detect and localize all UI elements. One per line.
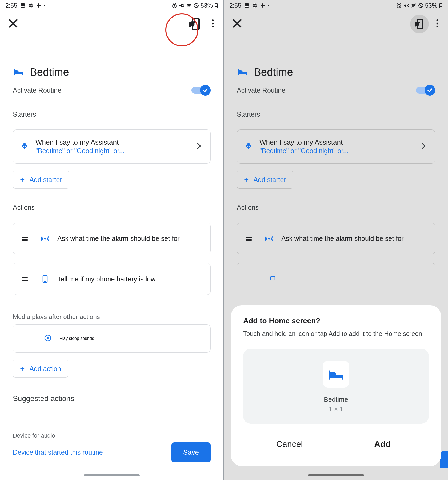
mic-icon	[245, 142, 252, 151]
action-battery-card[interactable]: Tell me if my phone battery is low	[13, 263, 211, 295]
starter-line1: When I say to my Assistant	[35, 138, 125, 147]
starters-section-label: Starters	[13, 111, 211, 118]
routine-title: Bedtime	[254, 66, 293, 78]
starter-line2: "Bedtime" or "Good night" or...	[35, 147, 125, 155]
add-to-home-shortcut-button[interactable]	[410, 15, 429, 33]
add-starter-button[interactable]: + Add starter	[13, 171, 69, 189]
activate-routine-toggle[interactable]	[416, 85, 435, 96]
action-alarm-card[interactable]: Ask what time the alarm should be set fo…	[237, 223, 435, 254]
media-action-text: Play sleep sounds	[59, 336, 94, 341]
gallery-icon	[20, 3, 25, 8]
alarm-icon	[172, 3, 177, 8]
device-link[interactable]: Device that started this routine	[13, 448, 103, 456]
broadcast-icon	[40, 235, 50, 242]
close-button[interactable]	[8, 18, 19, 30]
add-action-button[interactable]: + Add action	[13, 360, 68, 378]
close-button[interactable]	[232, 18, 243, 30]
suggested-actions-label: Suggested actions	[13, 394, 211, 403]
status-bar: 2:55 53%	[224, 0, 448, 11]
drag-handle-icon[interactable]	[17, 236, 33, 241]
chevron-right-icon	[195, 142, 202, 151]
drag-handle-icon[interactable]	[241, 236, 257, 241]
more-notifications-dot	[268, 5, 269, 6]
activate-routine-label: Activate Routine	[237, 86, 285, 94]
dialog-cancel-button[interactable]: Cancel	[243, 433, 336, 455]
nav-pill[interactable]	[84, 474, 140, 476]
starter-voice-card[interactable]: When I say to my Assistant "Bedtime" or …	[237, 129, 435, 164]
wifi-icon	[411, 3, 417, 8]
dialog-body: Touch and hold an icon or tap Add to add…	[243, 330, 429, 337]
activate-routine-label: Activate Routine	[13, 86, 61, 94]
nav-pill[interactable]	[308, 474, 364, 476]
bed-icon	[237, 66, 249, 78]
mute-icon	[179, 3, 185, 9]
phone-outline-icon	[40, 275, 50, 283]
actions-section-label: Actions	[237, 204, 435, 211]
starter-voice-card[interactable]: When I say to my Assistant "Bedtime" or …	[13, 129, 211, 164]
shortcut-preview[interactable]: Bedtime 1 × 1	[243, 349, 429, 424]
add-to-home-dialog: Add to Home screen? Touch and hold an ic…	[231, 305, 441, 466]
starters-section-label: Starters	[237, 111, 435, 118]
gallery-icon	[244, 3, 249, 8]
chevron-right-icon	[420, 142, 427, 151]
overflow-menu-button[interactable]	[208, 19, 218, 29]
overflow-menu-button[interactable]	[433, 19, 442, 29]
app-bar	[224, 11, 448, 37]
battery-text: 53%	[201, 2, 213, 9]
battery-icon	[214, 3, 218, 9]
add-to-home-shortcut-button[interactable]	[186, 15, 204, 33]
preview-name: Bedtime	[324, 396, 348, 403]
status-bar: 2:55 53%	[0, 0, 223, 11]
routine-title: Bedtime	[30, 66, 69, 78]
dnd-icon	[194, 3, 199, 8]
save-button[interactable]: Save	[171, 442, 211, 462]
action-alarm-card[interactable]: Ask what time the alarm should be set fo…	[13, 223, 211, 254]
bed-icon	[13, 66, 25, 78]
dialog-add-button[interactable]: Add	[336, 433, 429, 455]
sports-icon	[28, 3, 33, 8]
sports-icon	[252, 3, 257, 8]
slack-icon	[36, 3, 41, 8]
actions-section-label: Actions	[13, 204, 211, 211]
media-section-label: Media plays after other actions	[13, 313, 211, 321]
status-time: 2:55	[5, 2, 17, 9]
activate-routine-toggle[interactable]	[191, 85, 211, 96]
plus-icon: +	[20, 176, 25, 184]
media-action-card[interactable]: Play sleep sounds	[13, 324, 211, 353]
mic-icon	[21, 142, 28, 151]
plus-icon: +	[244, 176, 249, 184]
broadcast-icon	[264, 235, 274, 242]
phone-outline-icon	[269, 276, 277, 281]
battery-text: 53%	[425, 2, 437, 9]
plus-icon: +	[20, 365, 25, 373]
add-starter-label: Add starter	[30, 176, 62, 184]
drag-handle-icon[interactable]	[17, 276, 33, 282]
dnd-icon	[418, 3, 423, 8]
action-battery-text: Tell me if my phone battery is low	[57, 275, 155, 283]
device-for-audio-label: Device for audio	[13, 432, 211, 439]
save-button-peek[interactable]	[440, 451, 448, 468]
action-alarm-text: Ask what time the alarm should be set fo…	[57, 235, 180, 242]
app-bar	[0, 11, 223, 37]
mute-icon	[403, 3, 409, 9]
more-notifications-dot	[44, 5, 45, 6]
slack-icon	[260, 3, 265, 8]
footer-bar: Device for audio Device that started thi…	[0, 427, 223, 480]
bed-icon	[327, 366, 345, 382]
add-starter-button[interactable]: + Add starter	[237, 171, 293, 189]
svg-rect-27	[271, 277, 275, 280]
preview-size: 1 × 1	[329, 406, 343, 413]
wifi-icon	[186, 3, 192, 8]
battery-icon	[439, 3, 443, 9]
add-starter-label: Add starter	[254, 176, 286, 184]
action-alarm-text: Ask what time the alarm should be set fo…	[281, 235, 404, 242]
play-circle-icon	[44, 334, 51, 343]
starter-line1: When I say to my Assistant	[259, 138, 349, 147]
dialog-title: Add to Home screen?	[243, 317, 429, 325]
status-time: 2:55	[229, 2, 241, 9]
add-action-label: Add action	[30, 365, 61, 373]
starter-line2: "Bedtime" or "Good night" or...	[259, 147, 349, 155]
alarm-icon	[396, 3, 402, 8]
